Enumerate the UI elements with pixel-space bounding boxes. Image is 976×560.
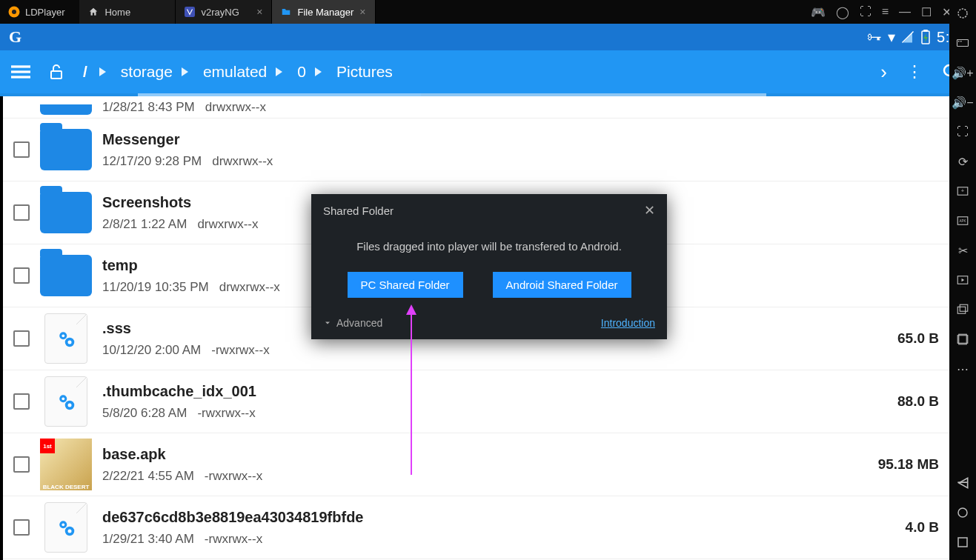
checkbox[interactable] [13, 393, 30, 410]
introduction-link[interactable]: Introduction [601, 317, 655, 329]
svg-rect-6 [11, 65, 30, 67]
svg-text:APK: APK [959, 219, 966, 223]
lock-open-icon[interactable] [42, 63, 71, 81]
tab-v2rayng[interactable]: v2rayNG × [176, 0, 272, 24]
crumb-0[interactable]: 0 [294, 63, 309, 81]
checkbox[interactable] [13, 519, 30, 536]
apk-thumbnail: 1stBLACK DESERT [40, 439, 92, 490]
list-item[interactable]: Messenger 12/17/20 9:28 PMdrwxrwx--x [3, 119, 949, 181]
file-size: 88.0 B [897, 393, 939, 410]
crumb-emulated[interactable]: emulated [200, 63, 270, 81]
battery-charging-icon [920, 30, 931, 44]
crumb-root[interactable]: / [77, 63, 93, 81]
checkbox[interactable] [13, 204, 30, 221]
android-statusbar: G 🗝 ▾ 5:00 [0, 24, 976, 50]
list-item[interactable]: .thumbcache_idx_001 5/8/20 6:28 AM-rwxrw… [3, 370, 949, 433]
checkbox[interactable] [13, 267, 30, 284]
file-size: 95.18 MB [878, 456, 939, 473]
advanced-toggle[interactable]: Advanced [323, 317, 382, 329]
list-item[interactable]: de637c6cd8b3e8819ea43034819fbfde 1/29/21… [3, 496, 949, 559]
file-perm: drwxrwx--x [219, 280, 280, 295]
operation-recorder-icon[interactable] [949, 329, 976, 350]
file-date: 5/8/20 6:28 AM [102, 406, 187, 421]
close-icon[interactable]: × [256, 6, 262, 18]
nav-recents-icon[interactable] [949, 532, 976, 553]
forward-icon[interactable] [880, 61, 887, 84]
add-window-icon[interactable]: + [949, 181, 976, 201]
dialog-message: Files dragged into player will be transf… [326, 240, 652, 253]
multi-instance-icon[interactable] [949, 299, 976, 320]
nav-back-icon[interactable] [949, 473, 976, 493]
overflow-menu-icon[interactable]: ⋮ [906, 62, 923, 81]
keyboard-icon[interactable] [949, 33, 976, 53]
nav-home-icon[interactable] [949, 502, 976, 523]
checkbox[interactable] [13, 330, 30, 347]
checkbox[interactable] [13, 456, 30, 473]
svg-rect-9 [51, 71, 62, 79]
volume-up-icon[interactable]: 🔊+ [949, 62, 976, 83]
shared-folder-dialog: Shared Folder ✕ Files dragged into playe… [311, 194, 667, 339]
fullscreen-icon[interactable]: ⛶ [949, 121, 976, 142]
tab-label: Home [104, 7, 130, 18]
gamepad-icon[interactable]: 🎮 [811, 5, 826, 19]
file-perm: -rwxrwx--x [197, 406, 255, 421]
hamburger-menu-icon[interactable] [6, 62, 36, 81]
svg-marker-33 [962, 279, 965, 282]
minimize-icon[interactable]: — [899, 5, 911, 19]
svg-rect-25 [957, 40, 969, 47]
expand-icon[interactable]: ⛶ [860, 5, 872, 19]
file-name: de637c6cd8b3e8819ea43034819fbfde [102, 509, 895, 526]
list-item[interactable]: 1/28/21 8:43 PMdrwxrwx--x [3, 96, 949, 119]
more-icon[interactable]: ⋯ [949, 359, 976, 379]
sim-icon [901, 30, 914, 44]
vpn-key-icon: 🗝 [867, 29, 882, 46]
brand-label: LDPlayer [25, 7, 64, 18]
menu-icon[interactable]: ≡ [882, 5, 889, 19]
anniversary-badge-icon: 1st [40, 439, 55, 453]
svg-point-22 [62, 523, 64, 526]
maximize-icon[interactable]: ☐ [921, 5, 932, 19]
app-icon [185, 7, 195, 17]
svg-point-19 [68, 404, 72, 407]
chevron-down-icon [323, 319, 332, 327]
list-item[interactable]: 1stBLACK DESERT base.apk 2/22/21 4:55 AM… [3, 433, 949, 496]
sync-icon[interactable]: ⟳ [949, 151, 976, 172]
pc-shared-folder-button[interactable]: PC Shared Folder [348, 272, 463, 298]
tab-label: v2rayNG [201, 7, 239, 18]
file-date: 2/22/21 4:55 AM [102, 469, 194, 484]
breadcrumb: / storage emulated 0 Pictures [77, 63, 396, 81]
svg-rect-8 [11, 76, 30, 78]
record-icon[interactable] [949, 270, 976, 290]
crumb-storage[interactable]: storage [118, 63, 176, 81]
chevron-right-icon [182, 67, 194, 76]
volume-down-icon[interactable]: 🔊− [949, 92, 976, 113]
file-name: Messenger [102, 131, 939, 148]
android-shared-folder-button[interactable]: Android Shared Folder [493, 272, 631, 298]
svg-rect-26 [958, 41, 960, 42]
checkbox[interactable] [13, 141, 30, 158]
svg-rect-7 [11, 70, 30, 73]
svg-rect-35 [960, 304, 968, 311]
tab-file-manager[interactable]: File Manager × [272, 0, 375, 24]
crumb-pictures[interactable]: Pictures [333, 63, 396, 81]
svg-point-18 [62, 397, 64, 400]
folder-icon [40, 192, 92, 233]
folder-icon [40, 129, 92, 170]
screenshot-icon[interactable]: ✂ [949, 240, 976, 261]
account-icon[interactable]: ◯ [836, 5, 849, 19]
file-date: 10/12/20 2:00 AM [102, 343, 201, 358]
emulator-toolbar: 🔊+ 🔊− ⛶ ⟳ + APK ✂ ⋯ [949, 0, 976, 560]
google-icon: G [9, 27, 21, 47]
file-perm: drwxrwx--x [212, 154, 273, 169]
file-perm: -rwxrwx--x [211, 343, 269, 358]
close-icon[interactable]: ✕ [644, 202, 655, 219]
file-name: .thumbcache_idx_001 [102, 383, 887, 400]
ldplayer-logo-icon [7, 5, 21, 19]
file-perm: -rwxrwx--x [205, 469, 262, 484]
settings-icon[interactable] [949, 3, 976, 24]
tab-home[interactable]: Home [79, 0, 176, 24]
close-icon[interactable]: × [359, 6, 365, 18]
chevron-right-icon [276, 67, 288, 76]
file-date: 2/8/21 1:22 AM [102, 217, 187, 232]
install-apk-icon[interactable]: APK [949, 210, 976, 231]
